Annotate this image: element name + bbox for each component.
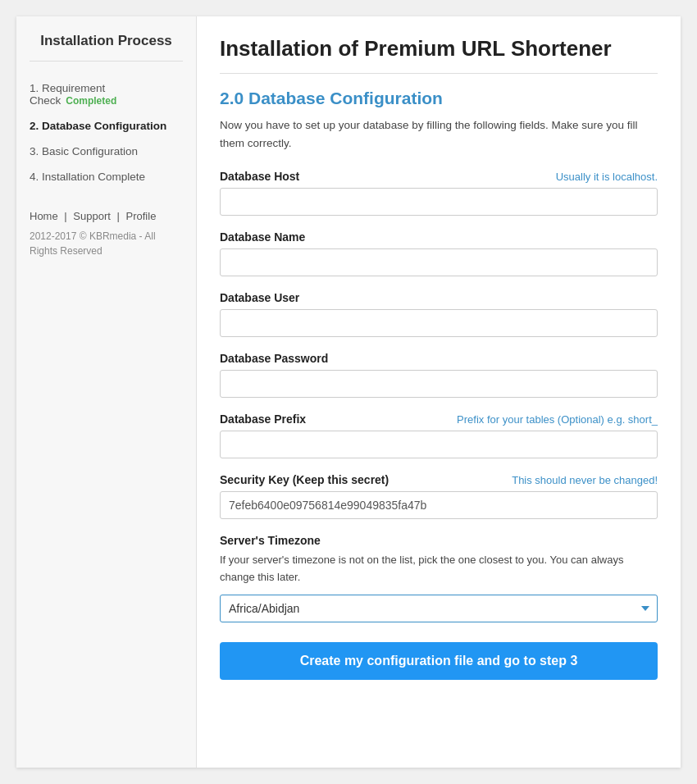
input-security_key[interactable] <box>220 491 658 519</box>
input-db_user[interactable] <box>220 309 658 337</box>
field-label-db_user: Database User <box>220 291 299 304</box>
field-hint-db_prefix: Prefix for your tables (Optional) e.g. s… <box>457 413 658 426</box>
sidebar-step: 4. Installation Complete <box>30 168 183 185</box>
field-header: Security Key (Keep this secret)This shou… <box>220 473 658 486</box>
sidebar-title: Installation Process <box>30 33 183 62</box>
field-label-db_prefix: Database Prefix <box>220 413 306 426</box>
field-group-db_user: Database User <box>220 291 658 337</box>
field-group-security_key: Security Key (Keep this secret)This shou… <box>220 473 658 519</box>
field-group-db_password: Database Password <box>220 352 658 398</box>
completed-badge: Completed <box>66 95 116 107</box>
field-label-db_password: Database Password <box>220 352 328 365</box>
timezone-header: Server's Timezone <box>220 534 658 547</box>
field-header: Database Password <box>220 352 658 365</box>
main-content: Installation of Premium URL Shortener 2.… <box>197 16 681 768</box>
divider: | <box>64 210 66 222</box>
field-hint-security_key: This should never be changed! <box>512 474 658 486</box>
field-header: Database PrefixPrefix for your tables (O… <box>220 413 658 426</box>
field-header: Database User <box>220 291 658 304</box>
sidebar-step: 2. Database Configuration <box>30 117 183 134</box>
field-group-db_name: Database Name <box>220 230 658 276</box>
sidebar-links: Home | Support | Profile <box>30 210 183 222</box>
timezone-select[interactable]: Africa/AbidjanAfrica/AccraAfrica/Addis_A… <box>220 595 658 622</box>
divider: | <box>117 210 120 222</box>
fields-container: Database HostUsually it is localhost.Dat… <box>220 170 658 519</box>
sidebar-steps: 1. Requirement CheckCompleted2. Database… <box>30 80 183 185</box>
page-wrapper: Installation Process 1. Requirement Chec… <box>16 16 681 768</box>
support-link[interactable]: Support <box>73 210 111 222</box>
section-desc: Now you have to set up your database by … <box>220 116 658 152</box>
page-title: Installation of Premium URL Shortener <box>220 36 658 74</box>
field-header: Database Name <box>220 230 658 244</box>
section-title: 2.0 Database Configuration <box>220 89 658 108</box>
submit-button[interactable]: Create my configuration file and go to s… <box>220 642 658 680</box>
input-db_prefix[interactable] <box>220 431 658 458</box>
field-label-db_host: Database Host <box>220 170 299 183</box>
timezone-group: Server's Timezone If your server's timez… <box>220 534 658 622</box>
timezone-wrapper: Africa/AbidjanAfrica/AccraAfrica/Addis_A… <box>220 595 658 622</box>
sidebar-copyright: 2012-2017 © KBRmedia - All Rights Reserv… <box>30 229 183 258</box>
input-db_password[interactable] <box>220 370 658 398</box>
timezone-label: Server's Timezone <box>220 534 321 547</box>
field-group-db_host: Database HostUsually it is localhost. <box>220 170 658 216</box>
sidebar-step: 3. Basic Configuration <box>30 143 183 160</box>
sidebar-step: 1. Requirement CheckCompleted <box>30 80 183 109</box>
field-header: Database HostUsually it is localhost. <box>220 170 658 183</box>
field-label-db_name: Database Name <box>220 230 305 244</box>
input-db_host[interactable] <box>220 188 658 216</box>
field-label-security_key: Security Key (Keep this secret) <box>220 473 389 486</box>
field-hint-db_host: Usually it is localhost. <box>556 171 658 183</box>
timezone-desc: If your server's timezone is not on the … <box>220 552 658 586</box>
field-group-db_prefix: Database PrefixPrefix for your tables (O… <box>220 413 658 458</box>
profile-link[interactable]: Profile <box>126 210 157 222</box>
sidebar: Installation Process 1. Requirement Chec… <box>16 16 197 768</box>
home-link[interactable]: Home <box>30 210 58 222</box>
input-db_name[interactable] <box>220 248 658 276</box>
